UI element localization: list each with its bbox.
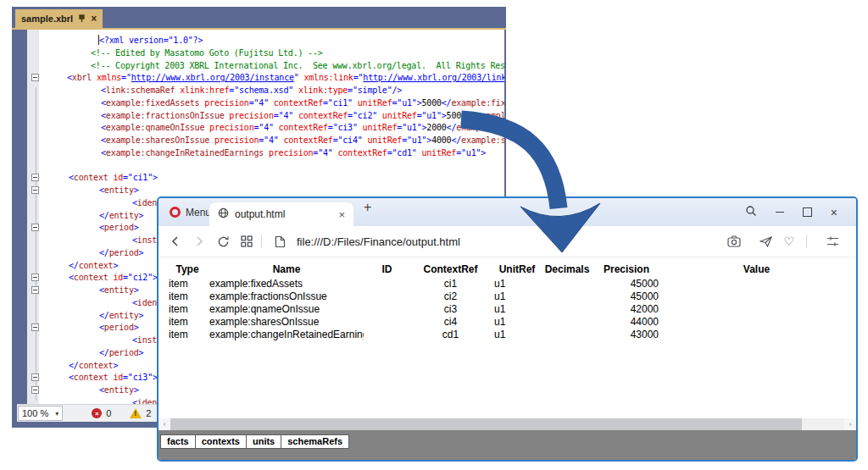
column-header: Name	[209, 263, 364, 277]
fold-marker[interactable]	[31, 323, 39, 331]
close-button[interactable]: ×	[831, 208, 837, 217]
page-icon[interactable]	[270, 231, 290, 252]
table-cell: cd1	[410, 328, 491, 340]
browser-window: Menu output.html × + ×	[157, 196, 858, 462]
tune-sliders-icon[interactable]	[822, 231, 843, 252]
fold-marker[interactable]	[31, 174, 39, 181]
table-cell: 45000	[591, 290, 662, 302]
sheet-tab-contexts[interactable]: contexts	[196, 434, 247, 449]
folding-gutter	[27, 30, 39, 405]
table-cell: 45000	[591, 277, 662, 290]
sheet-tab-facts[interactable]: facts	[160, 434, 196, 449]
table-cell: item	[165, 277, 209, 290]
code-line: <period>	[99, 323, 139, 333]
code-line: <example:qnameOnIssue precision="4" cont…	[101, 123, 504, 133]
code-line: <?xml version="1.0"?>	[99, 36, 203, 46]
code-line: </entity>	[99, 211, 143, 221]
zoom-level: 100 %	[22, 408, 48, 418]
address-bar[interactable]: file:///D:/Files/Finance/output.html	[297, 235, 460, 248]
pin-icon[interactable]	[78, 14, 86, 23]
column-header: Value	[662, 263, 851, 277]
column-header: ContextRef	[410, 263, 491, 277]
table-cell: ci1	[410, 277, 491, 290]
maximize-button[interactable]	[803, 207, 812, 217]
table-cell	[364, 315, 410, 328]
editor-tab-strip: sample.xbrl ×	[12, 7, 506, 30]
speed-dial-icon[interactable]	[236, 231, 257, 252]
table-cell	[662, 277, 851, 290]
fold-marker[interactable]	[31, 274, 39, 281]
table-cell: example:sharesOnIssue	[209, 315, 364, 328]
bookmark-heart-icon[interactable]: ♡	[783, 236, 794, 246]
forward-icon[interactable]	[189, 231, 209, 252]
fold-marker[interactable]	[31, 386, 39, 394]
code-line: <!-- Copyright 2003 XBRL International I…	[91, 61, 504, 71]
browser-active-tab[interactable]: output.html ×	[209, 202, 353, 226]
table-cell	[543, 290, 591, 302]
fold-marker[interactable]	[31, 186, 39, 194]
fold-marker[interactable]	[31, 373, 39, 381]
table-cell: item	[165, 290, 209, 302]
close-icon[interactable]: ×	[91, 14, 97, 23]
table-cell: item	[165, 315, 209, 328]
code-line: <example:sharesOnIssue precision="4" con…	[101, 135, 504, 146]
zoom-selector[interactable]: 100 % ▾	[18, 406, 63, 421]
table-cell: u1	[491, 328, 543, 340]
toolbar-divider	[261, 235, 262, 248]
code-line: <entity>	[99, 285, 139, 296]
fold-marker[interactable]	[31, 74, 39, 81]
column-header: Precision	[591, 263, 662, 277]
snapshot-camera-icon[interactable]	[724, 231, 744, 252]
fold-marker[interactable]	[31, 286, 39, 294]
editor-document-tab[interactable]: sample.xbrl ×	[15, 9, 103, 28]
search-icon[interactable]	[745, 205, 757, 220]
table-cell: u1	[491, 315, 543, 328]
toolbar-right-icons: ♡	[717, 231, 856, 252]
code-line: <entity>	[99, 385, 139, 395]
column-header: Decimals	[543, 263, 591, 277]
facts-table: TypeNameIDContextRefUnitRefDecimalsPreci…	[165, 263, 851, 340]
send-to-device-icon[interactable]	[755, 231, 776, 252]
sheet-tab-units[interactable]: units	[247, 434, 281, 449]
table-cell: example:changeInRetainedEarnings	[209, 328, 364, 340]
table-cell: example:qnameOnIssue	[209, 302, 364, 315]
column-header: ID	[364, 263, 410, 277]
table-cell: u1	[491, 290, 543, 302]
bottom-tab-bar: factscontextsunitsschemaRefs	[159, 430, 856, 460]
code-line: <example:changeInRetainedEarnings precis…	[101, 148, 486, 158]
scroll-left-arrow[interactable]: ‹	[159, 418, 170, 430]
warning-count: 2	[146, 408, 151, 418]
page-content: TypeNameIDContextRefUnitRefDecimalsPreci…	[159, 257, 856, 418]
fold-marker[interactable]	[31, 224, 39, 231]
code-line: <context id="ci2">	[69, 273, 158, 283]
scroll-right-arrow[interactable]: ›	[844, 418, 856, 430]
horizontal-scrollbar[interactable]: ‹ ›	[159, 418, 856, 430]
code-line: </period>	[99, 248, 143, 258]
new-tab-button[interactable]: +	[364, 200, 371, 215]
warning-icon[interactable]	[130, 408, 142, 418]
sheet-tab-schemaRefs[interactable]: schemaRefs	[281, 434, 349, 449]
browser-menu-button[interactable]: Menu	[186, 207, 211, 218]
table-cell: item	[165, 302, 209, 315]
table-cell: ci3	[410, 302, 491, 315]
table-cell: 44000	[591, 315, 662, 328]
back-icon[interactable]	[165, 231, 186, 252]
scrollbar-thumb[interactable]	[170, 418, 802, 430]
code-line: <link:schemaRef xlink:href="schema.xsd" …	[101, 86, 402, 96]
table-cell	[543, 315, 591, 328]
error-icon[interactable]: ×	[92, 408, 102, 418]
table-row: itemexample:fractionsOnIssueci2u145000	[165, 290, 851, 302]
table-row: itemexample:fixedAssetsci1u145000	[165, 277, 851, 290]
chevron-down-icon: ▾	[55, 410, 58, 417]
code-line: </entity>	[99, 311, 143, 321]
table-cell	[662, 328, 851, 340]
minimize-button[interactable]	[776, 212, 784, 213]
browser-toolbar: file:///D:/Files/Finance/output.html ♡	[159, 226, 856, 257]
table-cell: item	[165, 328, 209, 340]
browser-tab-bar: Menu output.html × + ×	[159, 198, 856, 226]
opera-logo-icon[interactable]	[170, 207, 181, 218]
fold-guide-line	[36, 87, 36, 401]
reload-icon[interactable]	[213, 231, 233, 252]
tab-close-icon[interactable]: ×	[338, 208, 345, 221]
code-line: <entity>	[99, 185, 139, 196]
